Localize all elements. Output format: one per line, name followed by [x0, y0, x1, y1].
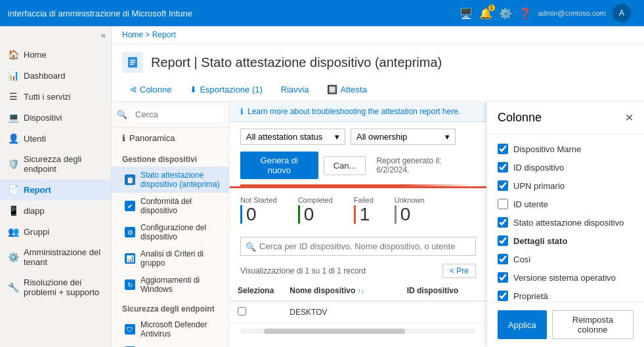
sidebar-item-dashboard[interactable]: 📊 Dashboard	[0, 65, 111, 86]
monitor-icon[interactable]: 🖥️	[460, 7, 473, 20]
help-icon[interactable]: ❓	[519, 7, 532, 20]
settings-icon[interactable]: ⚙️	[499, 7, 512, 20]
colonne-checkbox-proprieta[interactable]	[498, 291, 508, 301]
reset-columns-button[interactable]: Reimposta colonne	[552, 310, 633, 339]
table-info: Visualizzazione di 1 su 1 di 1 record < …	[230, 261, 486, 281]
pagination-prev[interactable]: < Pre	[442, 264, 476, 278]
page-header-icon	[122, 52, 143, 73]
colonne-item-stato-attestazione[interactable]: Stato attestazione dispositivo	[487, 213, 644, 232]
colonne-footer: Applica Reimposta colonne	[487, 302, 644, 347]
sidebar-item-dispositivi[interactable]: 💻 Dispositivi	[0, 107, 111, 128]
dispositivi-icon: 💻	[8, 112, 18, 123]
status-cards: Not Started 0 Completed 0 Failed	[230, 186, 486, 232]
status-card-unknown: Unknown 0	[395, 194, 438, 226]
colonne-label-id-dispositivo: ID dispositivo	[513, 163, 564, 173]
colonne-item-id-utente[interactable]: ID utente	[487, 195, 644, 213]
genera-button[interactable]: Genera di nuovo	[240, 152, 318, 179]
colonne-checkbox-dettagli-stato[interactable]	[498, 235, 508, 246]
row-id-dispositivo	[399, 301, 486, 323]
colonne-item-cosi[interactable]: Così	[487, 250, 644, 268]
sidebar-item-risoluzione[interactable]: 🔧 Risoluzione dei problemi + supporto	[0, 272, 111, 302]
dashboard-icon: 📊	[8, 70, 18, 81]
can-button[interactable]: Can...	[324, 156, 366, 175]
colonne-label-stato-attestazione: Stato attestazione dispositivo	[513, 218, 624, 228]
conformita-icon: ✔	[125, 201, 135, 211]
sidebar-item-sicurezza[interactable]: 🛡️ Sicurezza degli endpoint	[0, 149, 111, 179]
sidebar-item-report[interactable]: 📄 Report	[0, 179, 111, 200]
colonne-item-dettagli-stato[interactable]: Dettagli stato	[487, 232, 644, 250]
col-nome-dispositivo[interactable]: Nome dispositivo ↑↓	[282, 281, 398, 301]
info-bar[interactable]: ℹ Learn more about troubleshooting the a…	[230, 102, 486, 122]
colonne-item-versione-sistema[interactable]: Versione sistema operativo	[487, 268, 644, 287]
left-panel: 🔍 ℹ Panoramica Gestione dispositivi 📋 St…	[112, 102, 230, 347]
attesta-button[interactable]: 🔲 Attesta	[320, 82, 373, 97]
utenti-icon: 👤	[8, 133, 18, 144]
colonne-checkbox-id-dispositivo[interactable]	[498, 162, 508, 173]
attesta-icon: 🔲	[327, 85, 337, 94]
colonne-label-versione-sistema: Versione sistema operativo	[513, 273, 616, 283]
sidebar-item-utenti[interactable]: 👤 Utenti	[0, 128, 111, 149]
sidebar-item-home[interactable]: 🏠 Home	[0, 44, 111, 65]
colonne-label-id-utente: ID utente	[513, 199, 548, 209]
avatar[interactable]: A	[612, 4, 631, 22]
report-date: Report generato il: 6/2/2024.	[371, 153, 476, 177]
table-search-icon: 🔍	[246, 241, 256, 251]
home-icon: 🏠	[8, 49, 18, 60]
breadcrumb-home[interactable]: Home	[122, 30, 143, 39]
colonne-item-upn-primario[interactable]: UPN primario	[487, 176, 644, 195]
filter-ownership[interactable]: All ownership ▾	[351, 129, 456, 145]
panel-item-analisi-criteri[interactable]: 📊 Analisi di Criteri di gruppo	[112, 245, 229, 272]
colonne-label-cosi: Così	[513, 255, 531, 264]
report-icon: 📄	[8, 184, 18, 195]
colonne-checkbox-cosi[interactable]	[498, 254, 508, 264]
colonne-item-proprieta[interactable]: Proprietà	[487, 287, 644, 302]
panel-item-defender[interactable]: 🛡 Microsoft Defender Antivirus	[112, 316, 229, 342]
colonne-item-id-dispositivo[interactable]: ID dispositivo	[487, 158, 644, 176]
status-card-failed: Failed 1	[354, 194, 387, 226]
row-checkbox[interactable]	[238, 307, 246, 316]
panel-item-firewall[interactable]: 🔥 Firewall	[112, 342, 229, 347]
page-title: Report | Stato attestazione dispositivo …	[151, 55, 442, 70]
colonne-close-button[interactable]: ✕	[625, 112, 633, 124]
colonne-button[interactable]: ⫷ Colonne	[122, 82, 178, 97]
filter-attestation-status[interactable]: All attestation status ▾	[240, 129, 345, 145]
analisi-criteri-icon: 📊	[125, 253, 135, 264]
colonne-item-dispositivo-name[interactable]: Dispositivo Marne	[487, 140, 644, 158]
page-header: Report | Stato attestazione dispositivo …	[112, 44, 644, 78]
colonne-label-dispositivo-name: Dispositivo Marne	[513, 144, 581, 154]
topbar-title: interfaccia di amministrazione di Micros…	[8, 9, 454, 18]
export-button[interactable]: ⬇ Esportazione (1)	[183, 82, 268, 97]
col-seleziona: Seleziona	[230, 281, 282, 301]
user-email: admin@contoso.com	[538, 9, 607, 17]
panel-item-aggiornamenti[interactable]: ↻ Aggiornamenti di Windows	[112, 272, 229, 298]
colonne-checkbox-upn-primario[interactable]	[498, 180, 508, 191]
panel-item-conformita[interactable]: ✔ Conformità del dispositivo	[112, 193, 229, 219]
table-search-input[interactable]	[240, 237, 476, 256]
sidebar-item-gruppi[interactable]: 👥 Gruppi	[0, 221, 111, 242]
apply-button[interactable]: Applica	[498, 310, 547, 339]
panoramica-item[interactable]: ℹ Panoramica	[112, 128, 229, 148]
report-area: ℹ Learn more about troubleshooting the a…	[230, 102, 486, 347]
colonne-checkbox-versione-sistema[interactable]	[498, 272, 508, 283]
sidebar-item-diapp[interactable]: 📱 diapp	[0, 200, 111, 221]
colonne-checkbox-dispositivo-name[interactable]	[498, 144, 508, 154]
row-checkbox-cell[interactable]	[230, 301, 282, 323]
sicurezza-section-label: Sicurezza degli endpoint	[112, 298, 229, 316]
panel-item-configurazione[interactable]: ⚙ Configurazione del dispositivo	[112, 219, 229, 245]
sidebar-item-amministrazione[interactable]: ⚙️ Amministrazione del tenant	[0, 242, 111, 272]
horizontal-scrollbar[interactable]	[240, 329, 476, 334]
riavvia-button[interactable]: Riavvia	[274, 82, 316, 97]
search-input[interactable]	[130, 107, 224, 122]
sidebar-collapse[interactable]: «	[0, 26, 111, 44]
admin-icon: ⚙️	[8, 252, 18, 262]
colonne-checkbox-id-utente[interactable]	[498, 199, 508, 209]
bell-icon[interactable]: 🔔 1	[479, 7, 492, 20]
aggiornamenti-icon: ↻	[125, 279, 135, 290]
breadcrumb-current: Report	[152, 30, 176, 39]
colonne-checkbox-stato-attestazione[interactable]	[498, 217, 508, 228]
sidebar-item-tutti-servizi[interactable]: ☰ Tutti i servizi	[0, 86, 111, 107]
action-row: Genera di nuovo Can... Report generato i…	[230, 152, 486, 184]
info-icon: ℹ	[240, 107, 244, 116]
panel-item-stato-attestazione[interactable]: 📋 Stato attestazione dispositivo (antepr…	[112, 167, 229, 193]
panoramica-icon: ℹ	[122, 133, 125, 143]
